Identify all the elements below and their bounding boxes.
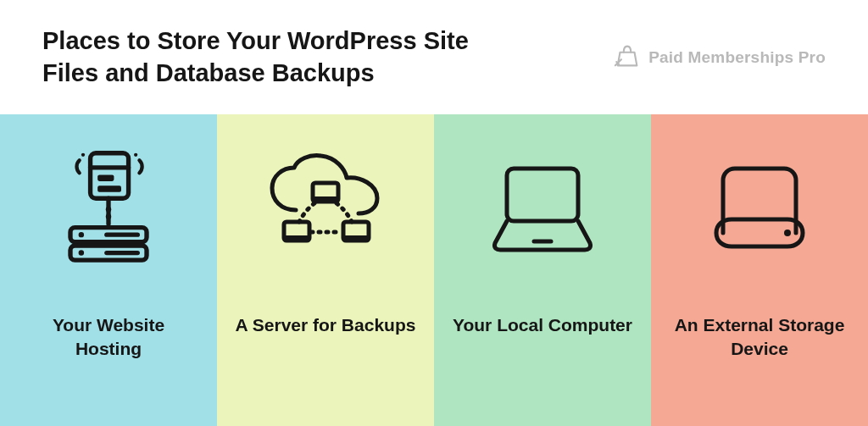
header: Places to Store Your WordPress Site File… bbox=[0, 0, 868, 114]
svg-rect-20 bbox=[343, 235, 369, 241]
lock-bag-icon bbox=[613, 41, 642, 74]
card-label: Your Website Hosting bbox=[17, 313, 200, 362]
card-label: Your Local Computer bbox=[453, 313, 632, 337]
brand-text: Paid Memberships Pro bbox=[648, 48, 826, 67]
card-external-storage: An External Storage Device bbox=[651, 114, 868, 426]
cards-row: Your Website Hosting A Server for Backup… bbox=[0, 114, 868, 426]
card-hosting: Your Website Hosting bbox=[0, 114, 217, 426]
card-backup-server: A Server for Backups bbox=[217, 114, 434, 426]
card-label: A Server for Backups bbox=[236, 313, 416, 337]
card-label: An External Storage Device bbox=[668, 313, 851, 362]
svg-rect-21 bbox=[507, 169, 578, 221]
svg-point-8 bbox=[106, 214, 111, 219]
svg-point-13 bbox=[79, 250, 84, 255]
svg-point-4 bbox=[81, 153, 85, 157]
svg-rect-2 bbox=[97, 174, 114, 181]
laptop-icon bbox=[483, 144, 602, 271]
card-local-computer: Your Local Computer bbox=[434, 114, 651, 426]
svg-rect-3 bbox=[97, 185, 121, 192]
svg-point-7 bbox=[106, 207, 111, 212]
svg-rect-16 bbox=[313, 196, 338, 202]
hosting-icon bbox=[53, 144, 164, 271]
svg-point-5 bbox=[134, 153, 137, 157]
svg-rect-18 bbox=[284, 235, 309, 241]
page-title: Places to Store Your WordPress Site File… bbox=[42, 25, 517, 89]
storage-device-icon bbox=[704, 144, 815, 271]
svg-point-11 bbox=[79, 232, 84, 237]
brand-logo: Paid Memberships Pro bbox=[613, 41, 826, 74]
cloud-server-icon bbox=[262, 144, 389, 271]
svg-point-23 bbox=[784, 230, 791, 236]
